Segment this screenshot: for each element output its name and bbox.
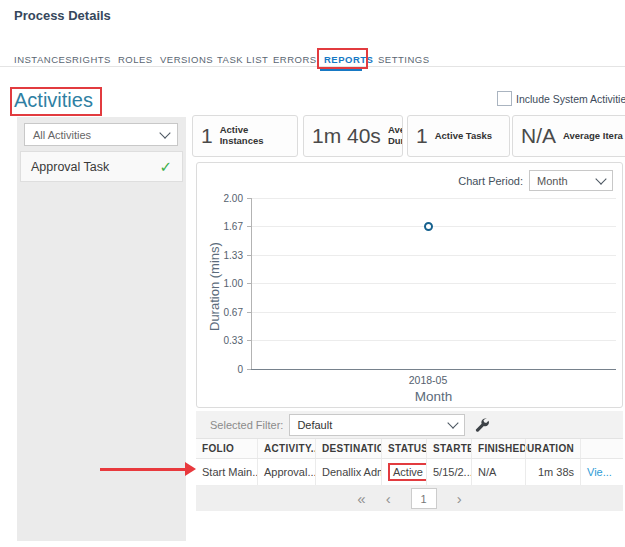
column-header-destination[interactable]: DESTINATIO... [316, 439, 382, 458]
include-system-checkbox[interactable] [497, 91, 512, 106]
stat-label: Active Instances [220, 125, 289, 147]
y-axis-line [251, 198, 252, 369]
tab-task-list[interactable]: TASK LIST [217, 54, 268, 65]
annotation-box-activities [10, 87, 102, 116]
selected-filter-label: Selected Filter: [210, 419, 283, 431]
y-tick-label: 0 [211, 364, 243, 375]
cell-status: Active [382, 459, 427, 485]
gridline [251, 198, 616, 199]
tab-rights[interactable]: RIGHTS [72, 54, 111, 65]
cell-view: Vie... [581, 459, 623, 485]
annotation-arrow-line [100, 468, 186, 471]
y-tick-label: 0.33 [211, 335, 243, 346]
stat-label: Average Duration [388, 125, 403, 147]
tabbar-divider [0, 66, 625, 67]
stat-value: N/A [521, 124, 556, 148]
gridline [251, 255, 616, 256]
gridline [251, 283, 616, 284]
chart-period-value: Month [537, 175, 568, 187]
selected-filter-bar: Selected Filter: Default [196, 411, 623, 438]
cell-duration: 1m 38s [526, 459, 581, 485]
chevron-down-icon [159, 127, 170, 138]
cell-destination: Denallix Admi... [316, 459, 382, 485]
stat-card-average-duration: 1m 40s Average Duration [303, 115, 403, 157]
table-row[interactable]: Start Main... Approval... Denallix Admi.… [196, 459, 623, 486]
x-tick-label: 2018-05 [398, 374, 458, 386]
y-tick [247, 340, 251, 341]
gridline [251, 312, 616, 313]
wrench-icon[interactable] [474, 417, 489, 432]
y-tick-label: 0.67 [211, 307, 243, 318]
next-page-button[interactable]: › [457, 491, 462, 506]
check-icon: ✓ [159, 158, 172, 176]
chart-plot-area: 2.00 1.67 1.33 1.00 0.67 0.33 0 2018-05 … [251, 198, 616, 369]
tab-instances[interactable]: INSTANCES [14, 54, 72, 65]
activities-filter-select[interactable]: All Activities [24, 123, 178, 146]
column-header-duration[interactable]: DURATION [526, 439, 581, 458]
process-details-page: Process Details INSTANCES RIGHTS ROLES V… [0, 0, 625, 547]
y-tick [247, 255, 251, 256]
include-system-activities: Include System Activities [497, 91, 625, 106]
stat-value: 1m 40s [312, 124, 381, 148]
annotation-box-reports [317, 48, 368, 69]
first-page-button[interactable]: « [357, 491, 365, 506]
y-tick-label: 1.67 [211, 221, 243, 232]
chevron-down-icon [595, 173, 606, 184]
tab-settings[interactable]: SETTINGS [378, 54, 430, 65]
gridline [251, 226, 616, 227]
cell-started: 5/15/2... [427, 459, 472, 485]
pagination: « ‹ 1 › [196, 486, 623, 511]
column-header-activity[interactable]: ACTIVITY... [258, 439, 316, 458]
cell-finished: N/A [472, 459, 526, 485]
selected-filter-select[interactable]: Default [289, 414, 465, 436]
duration-chart-panel: Chart Period: Month Duration (mins) 2.00 [196, 162, 623, 408]
include-system-label: Include System Activities [516, 93, 625, 105]
chevron-down-icon [448, 417, 459, 428]
x-axis-title: Month [251, 389, 616, 404]
current-page-indicator[interactable]: 1 [411, 488, 437, 509]
stat-label: Average Itera [563, 131, 623, 142]
y-tick [247, 369, 251, 370]
status-badge: Active [388, 463, 427, 481]
y-tick-label: 1.33 [211, 250, 243, 261]
x-axis-line [251, 369, 616, 370]
chart-period-label: Chart Period: [458, 175, 523, 187]
tab-versions[interactable]: VERSIONS [160, 54, 213, 65]
stat-card-active-tasks: 1 Active Tasks [407, 115, 510, 157]
activities-filter-value: All Activities [33, 129, 91, 141]
cell-activity: Approval... [258, 459, 316, 485]
stat-label: Active Tasks [435, 131, 492, 142]
column-header-view [581, 439, 623, 458]
column-header-finished[interactable]: FINISHED [472, 439, 526, 458]
chart-period-control: Chart Period: Month [458, 170, 613, 191]
y-tick [247, 198, 251, 199]
tab-roles[interactable]: ROLES [118, 54, 153, 65]
y-tick [247, 312, 251, 313]
page-title: Process Details [14, 8, 111, 23]
stat-value: 1 [416, 124, 428, 148]
gridline [251, 340, 616, 341]
y-tick [247, 226, 251, 227]
column-header-folio[interactable]: FOLIO [196, 439, 258, 458]
y-tick-label: 2.00 [211, 193, 243, 204]
stat-value: 1 [201, 124, 213, 148]
data-point-2018-05[interactable] [424, 222, 433, 231]
stat-card-active-instances: 1 Active Instances [192, 115, 298, 157]
activity-item-approval-task[interactable]: Approval Task ✓ [20, 151, 183, 182]
column-header-started[interactable]: STARTED [427, 439, 472, 458]
selected-filter-value: Default [297, 419, 332, 431]
column-header-status[interactable]: STATUS [382, 439, 427, 458]
activities-panel: All Activities Approval Task ✓ [17, 117, 186, 541]
chart-period-select[interactable]: Month [529, 170, 613, 191]
y-tick-label: 1.00 [211, 278, 243, 289]
cell-folio: Start Main... [196, 459, 258, 485]
prev-page-button[interactable]: ‹ [386, 491, 391, 506]
view-link[interactable]: Vie... [587, 466, 612, 478]
stat-card-average-iterations: N/A Average Itera [512, 115, 625, 157]
table-header: FOLIO ACTIVITY... DESTINATIO... STATUS S… [196, 438, 623, 459]
activity-item-label: Approval Task [31, 160, 109, 174]
tab-errors[interactable]: ERRORS [273, 54, 317, 65]
y-tick [247, 283, 251, 284]
annotation-arrow-head [185, 462, 196, 476]
